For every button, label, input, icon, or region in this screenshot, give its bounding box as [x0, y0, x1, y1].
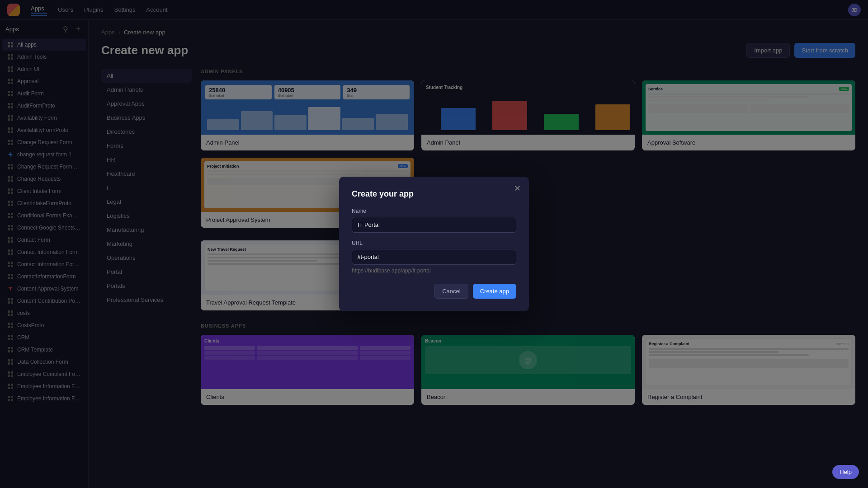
cancel-button[interactable]: Cancel	[434, 284, 468, 299]
modal-close-button[interactable]: ✕	[512, 183, 523, 194]
url-form-group: URL https://budibase.app/app/it-portal	[352, 240, 516, 274]
name-label: Name	[352, 208, 516, 214]
url-input[interactable]	[352, 249, 516, 265]
modal-backdrop: ✕ Create your app Name URL https://budib…	[0, 0, 868, 488]
url-label: URL	[352, 240, 516, 246]
name-form-group: Name	[352, 208, 516, 233]
create-app-button[interactable]: Create app	[473, 284, 516, 299]
modal-actions: Cancel Create app	[352, 284, 516, 299]
create-app-modal: ✕ Create your app Name URL https://budib…	[339, 177, 529, 311]
url-hint: https://budibase.app/app/it-portal	[352, 267, 516, 274]
help-button[interactable]: Help	[832, 465, 859, 479]
name-input[interactable]	[352, 217, 516, 233]
modal-title: Create your app	[352, 189, 516, 199]
